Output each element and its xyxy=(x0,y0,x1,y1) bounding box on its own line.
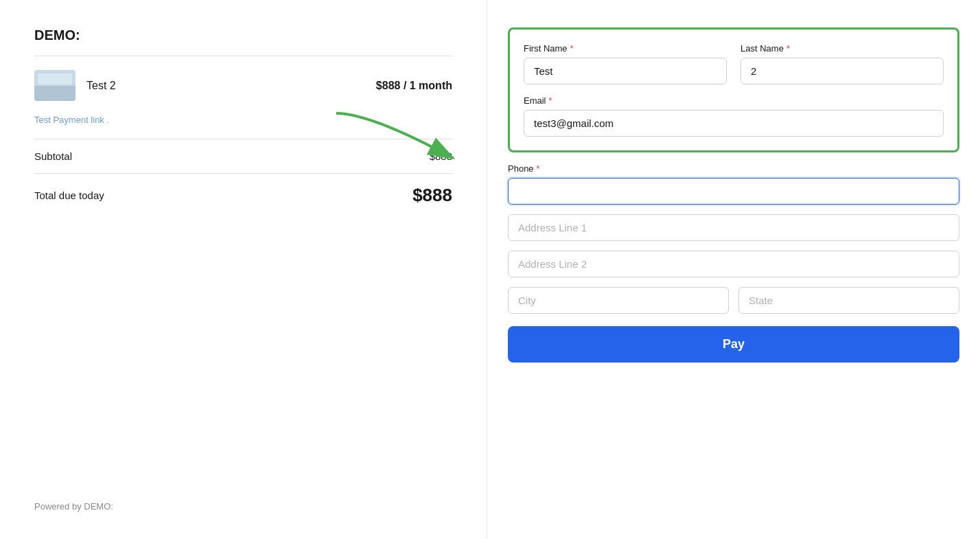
phone-section: Phone * xyxy=(508,163,959,205)
first-name-required: * xyxy=(570,43,574,54)
demo-title: DEMO: xyxy=(34,27,452,43)
email-input[interactable] xyxy=(524,110,944,137)
first-name-group: First Name * xyxy=(524,43,727,84)
total-value: $888 xyxy=(412,185,452,206)
product-name: Test 2 xyxy=(86,80,376,92)
address-line1-input[interactable] xyxy=(508,214,959,241)
total-row: Total due today $888 xyxy=(34,185,452,206)
product-row: Test 2 $888 / 1 month xyxy=(34,70,452,101)
last-name-input[interactable] xyxy=(740,58,944,84)
product-price: $888 / 1 month xyxy=(376,80,452,92)
city-input[interactable] xyxy=(508,287,729,314)
product-image xyxy=(34,70,75,101)
pay-button[interactable]: Pay xyxy=(508,326,959,363)
email-group: Email * xyxy=(524,95,944,137)
first-name-input[interactable] xyxy=(524,58,727,84)
total-label: Total due today xyxy=(34,190,104,201)
phone-label: Phone * xyxy=(508,163,959,174)
form-highlighted-section: First Name * Last Name * Email xyxy=(508,27,959,152)
divider-top xyxy=(34,56,452,56)
email-label: Email * xyxy=(524,95,944,106)
first-name-label: First Name * xyxy=(524,43,727,54)
city-state-row xyxy=(508,287,959,314)
state-input[interactable] xyxy=(738,287,959,314)
name-row: First Name * Last Name * xyxy=(524,43,944,84)
right-panel: First Name * Last Name * Email xyxy=(487,0,980,539)
address-line2-input[interactable] xyxy=(508,251,959,277)
powered-by: Powered by DEMO: xyxy=(34,501,113,512)
last-name-group: Last Name * xyxy=(740,43,944,84)
phone-input[interactable] xyxy=(508,178,959,205)
email-required: * xyxy=(549,95,552,106)
address-section xyxy=(508,214,959,314)
arrow-annotation xyxy=(316,106,487,175)
subtotal-label: Subtotal xyxy=(34,150,72,162)
left-panel: DEMO: Test 2 $888 / 1 month Test Payment… xyxy=(0,0,487,539)
phone-required: * xyxy=(537,163,540,174)
last-name-label: Last Name * xyxy=(740,43,944,54)
last-name-required: * xyxy=(786,43,790,54)
